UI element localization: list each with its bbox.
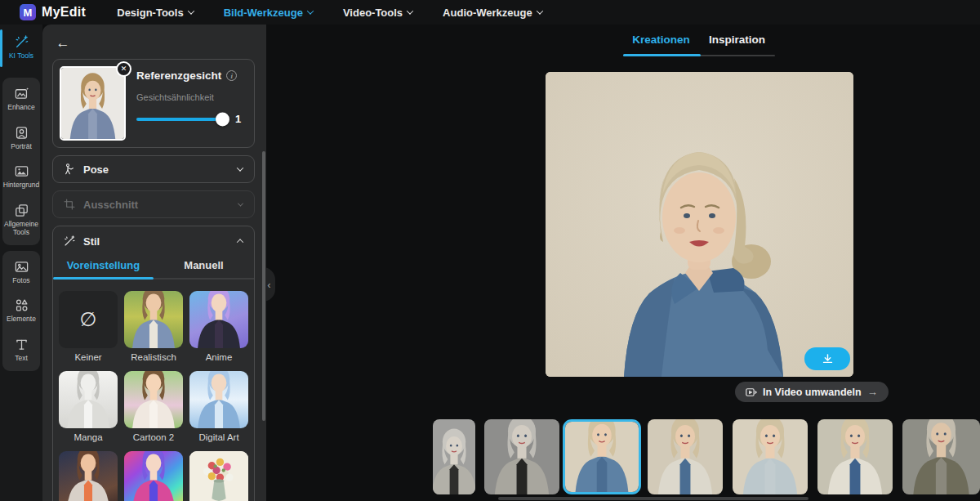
style-preset-digital-art[interactable]: Digital Art: [189, 371, 248, 442]
sidebar-item-portr-t[interactable]: Porträt: [2, 119, 40, 158]
general-tools-icon: [14, 203, 29, 218]
chevron-up-icon: [237, 239, 243, 245]
magic-wand-icon: [63, 235, 76, 248]
variation-thumbnail-7[interactable]: [902, 419, 980, 494]
download-button[interactable]: [804, 347, 850, 370]
preset-thumbnail: [124, 451, 183, 501]
preset-label: Manga: [74, 432, 102, 442]
photos-icon: [14, 259, 29, 275]
style-preset-keiner[interactable]: ∅Keiner: [59, 291, 118, 362]
variation-thumbnail-1[interactable]: [433, 419, 475, 494]
tab-underline-track: [623, 55, 775, 56]
chevron-down-icon: [237, 164, 243, 171]
chevron-down-icon: [238, 200, 243, 206]
sidebar-item-label: Elemente: [7, 315, 36, 324]
preset-thumbnail: [59, 451, 118, 501]
sidebar-item-ki-tools[interactable]: KI Tools: [0, 25, 42, 72]
nav-menu-audio-werkzeuge[interactable]: Audio-Werkzeuge: [443, 7, 542, 19]
preset-thumbnail: [124, 291, 183, 348]
video-convert-icon: [746, 387, 757, 397]
preset-thumbnail: ∅: [59, 291, 118, 348]
sidebar-item-label: Enhance: [7, 104, 35, 112]
top-navigation: Design-Tools Bild-Werkzeuge Video-Tools …: [117, 7, 541, 19]
style-preset-manga[interactable]: Manga: [59, 371, 118, 442]
similarity-label: Gesichtsähnlichkeit: [136, 92, 247, 102]
arrow-right-icon: →: [867, 386, 878, 398]
preset-thumbnail: [124, 371, 183, 428]
myedit-logo-icon: M: [20, 4, 36, 20]
tab-kreationen[interactable]: Kreationen: [623, 34, 699, 55]
reference-face-card: ✕ Referenzgesicht i Gesichtsähnlichkeit …: [52, 59, 255, 148]
style-section-header[interactable]: Stil: [53, 235, 254, 254]
panel-scrollbar[interactable]: [262, 151, 265, 421]
style-tabs: VoreinstellungManuell: [53, 259, 254, 280]
style-preset-cartoon-2[interactable]: Cartoon 2: [124, 371, 183, 442]
background-icon: [14, 163, 29, 179]
style-preset-realistisch[interactable]: Realistisch: [124, 291, 183, 362]
style-tab-voreinstellung[interactable]: Voreinstellung: [53, 259, 154, 280]
tab-underline: [154, 278, 254, 280]
convert-to-video-button[interactable]: In Video umwandeln →: [735, 382, 889, 402]
thumbnail-scrollbar[interactable]: [498, 497, 808, 500]
variation-thumbnail-2[interactable]: [484, 419, 559, 494]
main-stage: Kreationen Inspiration: [266, 25, 980, 501]
sidebar-item-elemente[interactable]: Elemente: [2, 291, 40, 330]
back-button[interactable]: ←: [54, 34, 72, 52]
similarity-slider[interactable]: 1: [136, 113, 247, 125]
magic-wand-icon: [14, 34, 29, 50]
preset-thumbnail: [59, 371, 118, 428]
pose-section-label: Pose: [83, 163, 230, 176]
nav-menu-design-tools[interactable]: Design-Tools: [117, 7, 193, 19]
style-preset-dynamisch[interactable]: Dynamisch: [124, 451, 183, 501]
sidebar-item-fotos[interactable]: Fotos: [2, 253, 40, 292]
tool-panel: ← ✕ Referenzgesicht i Gesichtsähnlichkei…: [42, 25, 266, 501]
sidebar-item-label: Text: [15, 355, 28, 363]
style-section: Stil VoreinstellungManuell ∅Keiner Reali…: [52, 226, 255, 501]
brand[interactable]: M MyEdit: [20, 4, 86, 20]
elements-icon: [14, 297, 29, 313]
preset-thumbnail: [189, 451, 248, 501]
generated-image[interactable]: [546, 72, 853, 377]
chevron-down-icon: [536, 7, 542, 14]
nav-menu-video-tools[interactable]: Video-Tools: [343, 7, 412, 19]
nav-menu-label: Audio-Werkzeuge: [443, 7, 532, 19]
remove-reference-button[interactable]: ✕: [116, 61, 131, 77]
style-tab-manuell[interactable]: Manuell: [154, 259, 254, 280]
app-root: M MyEdit Design-Tools Bild-Werkzeuge Vid…: [0, 0, 980, 501]
style-preset-aquarell[interactable]: Aquarell: [189, 451, 248, 501]
style-preset-3d-2[interactable]: 3D 2: [59, 451, 118, 501]
nav-menu-bild-werkzeuge[interactable]: Bild-Werkzeuge: [224, 7, 313, 19]
tab-inspiration[interactable]: Inspiration: [699, 34, 775, 55]
sidebar-item-hintergrund[interactable]: Hintergrund: [2, 157, 40, 196]
variation-thumbnail-6[interactable]: [817, 419, 893, 494]
slider-track[interactable]: [136, 118, 228, 121]
sidebar-group-1: Enhance Porträt Hintergrund Allgemeine T…: [2, 78, 40, 245]
tab-underline: [53, 277, 154, 280]
nav-menu-label: Design-Tools: [117, 7, 183, 19]
preset-label: Cartoon 2: [133, 432, 175, 442]
style-preset-anime[interactable]: Anime: [189, 291, 248, 362]
style-section-label: Stil: [83, 235, 230, 248]
convert-button-label: In Video umwandeln: [763, 387, 862, 398]
sidebar-item-text[interactable]: Text: [2, 330, 40, 369]
sidebar-item-enhance[interactable]: Enhance: [2, 79, 40, 119]
text-icon: [14, 337, 29, 352]
slider-knob[interactable]: [216, 112, 229, 126]
reference-face-controls: Referenzgesicht i Gesichtsähnlichkeit 1: [136, 66, 247, 141]
sidebar-item-allgemeine-tools[interactable]: Allgemeine Tools: [2, 196, 40, 244]
brand-name: MyEdit: [42, 5, 86, 20]
preset-thumbnail: [189, 291, 248, 348]
pose-section-header[interactable]: Pose: [52, 155, 255, 183]
sidebar-item-label: Fotos: [12, 277, 29, 285]
preset-label: Realistisch: [131, 352, 176, 362]
variation-thumbnail-4[interactable]: [648, 419, 723, 494]
enhance-icon: [14, 86, 29, 101]
info-icon[interactable]: i: [226, 70, 237, 81]
download-icon: [821, 352, 835, 366]
chevron-down-icon: [307, 7, 314, 14]
tab-active-underline: [623, 54, 701, 56]
reference-face-photo[interactable]: ✕: [60, 66, 126, 141]
variation-thumbnail-3-selected[interactable]: [563, 419, 641, 494]
none-icon: ∅: [80, 308, 97, 331]
variation-thumbnail-5[interactable]: [733, 419, 808, 494]
